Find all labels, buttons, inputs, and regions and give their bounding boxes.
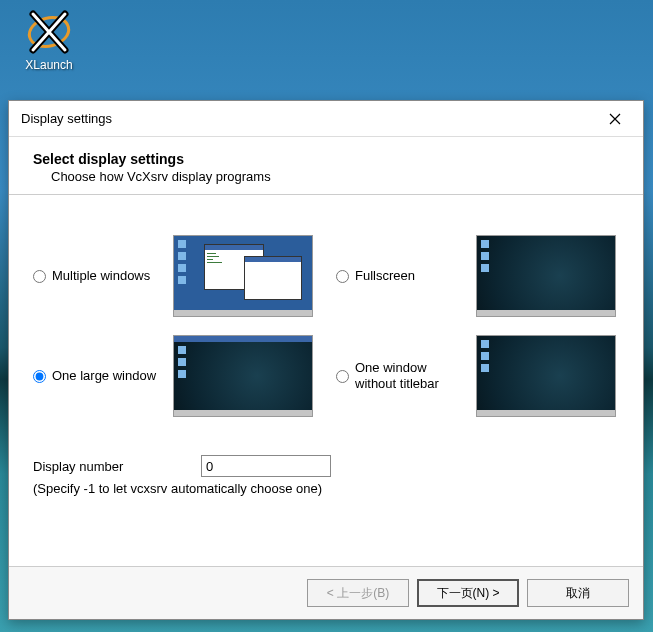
radio-one-large-window[interactable]: One large window <box>33 368 163 384</box>
option-one-large-window: One large window <box>33 335 316 417</box>
options-grid: Multiple windows ▬▬▬▬▬▬▬▬▬▬▬▬▬▬ <box>33 235 619 417</box>
cancel-button[interactable]: 取消 <box>527 579 629 607</box>
radio-multiple-windows[interactable]: Multiple windows <box>33 268 163 284</box>
thumb-one-window-no-titlebar <box>476 335 616 417</box>
back-button: < 上一步(B) <box>307 579 409 607</box>
option-multiple-windows: Multiple windows ▬▬▬▬▬▬▬▬▬▬▬▬▬▬ <box>33 235 316 317</box>
thumb-one-large-window <box>173 335 313 417</box>
thumb-multiple-windows: ▬▬▬▬▬▬▬▬▬▬▬▬▬▬ <box>173 235 313 317</box>
display-number-row: Display number <box>33 455 619 477</box>
header-title: Select display settings <box>33 151 619 167</box>
header-subtitle: Choose how VcXsrv display programs <box>33 169 619 184</box>
radio-multiple-windows-label: Multiple windows <box>52 268 150 284</box>
radio-multiple-windows-input[interactable] <box>33 270 46 283</box>
display-number-label: Display number <box>33 459 193 474</box>
dialog-title: Display settings <box>21 111 112 126</box>
close-icon <box>609 113 621 125</box>
radio-one-window-no-titlebar[interactable]: One window without titlebar <box>336 360 466 391</box>
desktop-icon-label: XLaunch <box>12 58 86 72</box>
option-fullscreen: Fullscreen <box>336 235 619 317</box>
display-number-hint: (Specify -1 to let vcxsrv automatically … <box>33 481 619 496</box>
next-button[interactable]: 下一页(N) > <box>417 579 519 607</box>
display-number-input[interactable] <box>201 455 331 477</box>
dialog-content: Multiple windows ▬▬▬▬▬▬▬▬▬▬▬▬▬▬ <box>9 195 643 566</box>
radio-one-large-window-input[interactable] <box>33 370 46 383</box>
radio-fullscreen-label: Fullscreen <box>355 268 415 284</box>
dialog-footer: < 上一步(B) 下一页(N) > 取消 <box>9 566 643 619</box>
radio-one-window-no-titlebar-input[interactable] <box>336 370 349 383</box>
radio-fullscreen[interactable]: Fullscreen <box>336 268 466 284</box>
titlebar: Display settings <box>9 101 643 137</box>
option-one-window-no-titlebar: One window without titlebar <box>336 335 619 417</box>
dialog-header: Select display settings Choose how VcXsr… <box>9 137 643 195</box>
radio-fullscreen-input[interactable] <box>336 270 349 283</box>
radio-one-large-window-label: One large window <box>52 368 156 384</box>
radio-one-window-no-titlebar-label: One window without titlebar <box>355 360 466 391</box>
xlaunch-icon <box>25 8 73 56</box>
desktop-icon-xlaunch[interactable]: XLaunch <box>12 8 86 72</box>
display-settings-dialog: Display settings Select display settings… <box>8 100 644 620</box>
thumb-fullscreen <box>476 235 616 317</box>
close-button[interactable] <box>595 105 635 133</box>
